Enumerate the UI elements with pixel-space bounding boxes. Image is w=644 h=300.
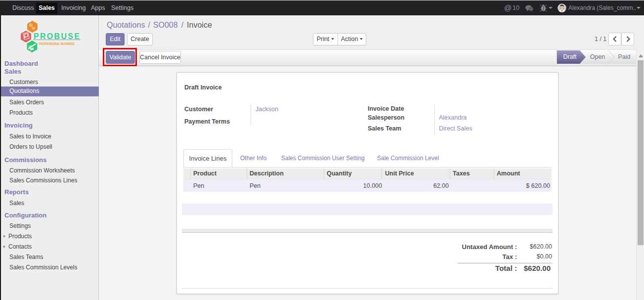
svg-text:PROBUSE: PROBUSE bbox=[34, 32, 80, 41]
svg-text:PROFESSIONAL BUSINESS: PROFESSIONAL BUSINESS bbox=[39, 42, 75, 46]
